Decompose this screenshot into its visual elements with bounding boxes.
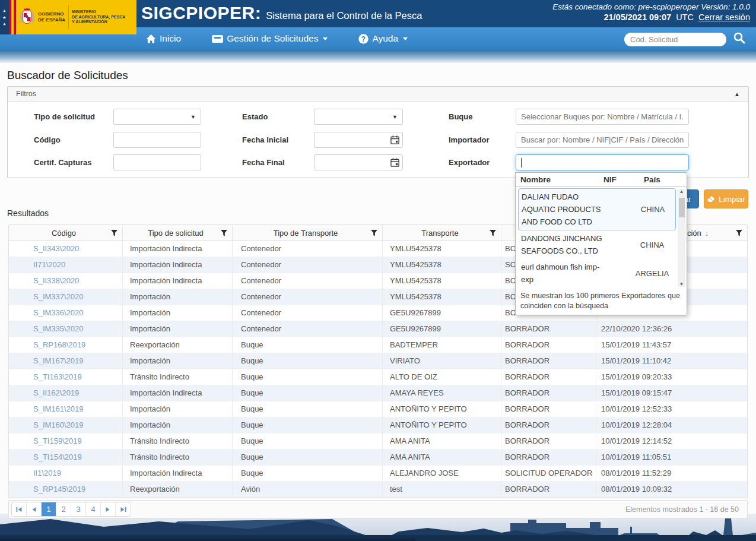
results-title: Resultados (7, 208, 49, 218)
codigo-link[interactable]: S_RP145\2019 (9, 482, 122, 498)
table-row[interactable]: II1\2019 Importación Indirecta Buque ALE… (9, 466, 747, 482)
scroll-up-icon[interactable]: ▲ (679, 189, 684, 194)
tipo-transporte-cell: Buque (232, 369, 382, 385)
app-title: SIGCPIOPER: Sistema para el Control de l… (141, 3, 422, 23)
estado-cell: BORRADOR (501, 369, 596, 385)
fecha-inicial-input[interactable] (315, 132, 388, 147)
page-button[interactable]: 4 (86, 502, 101, 516)
buque-input[interactable] (516, 109, 688, 124)
table-row[interactable]: S_RP145\2019 Reexportación Avión test BO… (9, 482, 747, 498)
table-row[interactable]: S_IM160\2019 Importación Buque ANTOÑITO … (9, 417, 747, 434)
calendar-icon[interactable] (390, 135, 399, 144)
tipo-solicitud-select[interactable]: ▼ (113, 109, 201, 125)
table-row[interactable]: S_TI163\2019 Tránsito Indirecto Buque AL… (9, 369, 747, 385)
table-row[interactable]: S_TI154\2019 Tránsito Indirecto Buque AM… (9, 450, 747, 466)
column-header: Tipo de solicitud (122, 225, 232, 241)
filter-icon[interactable] (736, 230, 742, 236)
codigo-link[interactable]: S_IM336\2020 (9, 305, 122, 321)
nav-item-gestion-solicitudes[interactable]: Gestión de Solicitudes (212, 33, 328, 44)
estado-cell: BORRADOR (501, 337, 596, 353)
table-row[interactable]: S_RP168\2019 Reexportación Buque BADTEMP… (9, 337, 747, 353)
table-row[interactable]: S_IM161\2019 Importación Buque ANTOÑITO … (9, 401, 747, 417)
tipo-transporte-cell: Buque (232, 417, 382, 434)
eu-stars-strip: ★★★ (0, 0, 9, 34)
codigo-link[interactable]: S_TI163\2019 (9, 369, 122, 385)
codigo-link[interactable]: S_IM167\2019 (9, 353, 122, 369)
codigo-link[interactable]: S_IM335\2020 (9, 321, 122, 337)
tipo-solicitud-cell: Tránsito Indirecto (122, 434, 232, 450)
estado-select[interactable]: ▼ (314, 109, 403, 125)
sort-desc-icon[interactable]: ↓ (705, 229, 709, 238)
gobierno-text: GOBIERNO DE ESPAÑA (38, 11, 65, 23)
dropdown-list: DALIAN FUDAO AQUATIC PRODUCTS AND FOOD C… (516, 186, 687, 289)
codigo-link[interactable]: S_IM160\2019 (9, 417, 122, 434)
codigo-link[interactable]: S_II162\2019 (9, 385, 122, 401)
scroll-down-icon[interactable]: ▼ (679, 281, 684, 287)
filter-icon[interactable] (221, 230, 227, 236)
exporter-option[interactable]: DALIAN FUDAO AQUATIC PRODUCTS AND FOOD C… (518, 188, 676, 230)
inbox-icon (212, 35, 223, 43)
importador-label: Importador (449, 132, 490, 148)
fecha-final-input[interactable] (315, 155, 388, 170)
table-row[interactable]: S_IM335\2020 Importación Contenedor GE5U… (9, 321, 747, 337)
codigo-link[interactable]: II71\2020 (9, 257, 122, 273)
table-row[interactable]: S_II162\2019 Importación Indirecta Buque… (9, 385, 747, 401)
filter-icon[interactable] (111, 230, 117, 236)
header-gradient (0, 50, 756, 63)
certif-capturas-input[interactable] (114, 155, 201, 170)
fecha-cell: 10/01/2019 12:28:04 (596, 417, 747, 434)
tipo-solicitud-cell: Importación (122, 321, 232, 337)
scrollbar-thumb[interactable] (679, 198, 685, 217)
tipo-solicitud-cell: Importación (122, 289, 232, 305)
calendar-icon[interactable] (390, 158, 399, 167)
tipo-transporte-cell: Buque (232, 385, 382, 401)
tipo-solicitud-cell: Importación Indirecta (122, 273, 232, 289)
estado-cell: BORRADOR (501, 434, 596, 450)
certif-capturas-label: Certif. Capturas (34, 154, 92, 170)
codigo-link[interactable]: S_II343\2020 (9, 241, 122, 257)
logout-link[interactable]: Cerrar sesión (698, 12, 750, 22)
codigo-link[interactable]: S_IM161\2019 (9, 401, 122, 417)
codigo-link[interactable]: S_TI159\2019 (9, 434, 122, 450)
filter-icon[interactable] (490, 230, 496, 236)
collapse-panel-icon[interactable]: ▲ (734, 91, 740, 97)
exporter-option[interactable]: DANDONG JINCHANG SEAFOODS CO., LTD CHINA (518, 230, 676, 259)
tipo-transporte-cell: Contenedor (232, 273, 382, 289)
nav-item-inicio[interactable]: Inicio (146, 33, 181, 44)
codigo-link[interactable]: S_TI154\2019 (9, 450, 122, 466)
select-caret-icon: ▼ (190, 114, 196, 120)
codigo-input[interactable] (114, 132, 201, 147)
last-page-button[interactable] (116, 502, 131, 516)
codigo-link[interactable]: S_RP168\2019 (9, 337, 122, 353)
transporte-cell: ANTOÑITO Y PEPITO (382, 417, 501, 434)
estado-cell: BORRADOR (501, 401, 596, 417)
codigo-link[interactable]: S_IM337\2020 (9, 289, 122, 305)
main-nav: Inicio Gestión de Solicitudes ? Ayuda (146, 27, 408, 50)
tipo-transporte-cell: Buque (232, 434, 382, 450)
codigo-link[interactable]: II1\2019 (9, 466, 122, 482)
filter-icon[interactable] (371, 230, 377, 236)
page-button[interactable]: 2 (56, 502, 71, 516)
limpiar-button[interactable]: Limpiar (704, 189, 748, 208)
exportador-input[interactable] (516, 155, 688, 170)
fecha-cell: 15/01/2019 09:15:47 (596, 385, 747, 401)
page-button[interactable]: 3 (71, 502, 86, 516)
prev-page-button[interactable] (27, 502, 42, 516)
next-page-button[interactable] (101, 502, 116, 516)
tipo-solicitud-cell: Importación Indirecta (122, 257, 232, 273)
search-icon[interactable] (733, 31, 745, 44)
dropdown-scrollbar[interactable]: ▲ ▼ (678, 189, 685, 287)
codigo-link[interactable]: S_II338\2020 (9, 273, 122, 289)
importador-input[interactable] (516, 132, 688, 147)
column-header: Tipo de Transporte (232, 225, 382, 241)
table-row[interactable]: S_TI159\2019 Tránsito Indirecto Buque AM… (9, 434, 747, 450)
table-row[interactable]: S_IM167\2019 Importación Buque VIRIATO B… (9, 353, 747, 369)
first-page-button[interactable] (12, 502, 27, 516)
estado-cell: BORRADOR (501, 321, 596, 337)
solicitud-search-input[interactable] (630, 35, 720, 44)
nav-item-ayuda[interactable]: ? Ayuda (358, 33, 408, 44)
dropdown-header: Nombre NIF País (516, 173, 687, 186)
exporter-option[interactable]: eurl dahmoun fish imp-exp ARGELIA (518, 259, 676, 287)
page-button[interactable]: 1 (42, 502, 56, 516)
fecha-cell: 10/01/2019 11:05:51 (596, 450, 747, 466)
